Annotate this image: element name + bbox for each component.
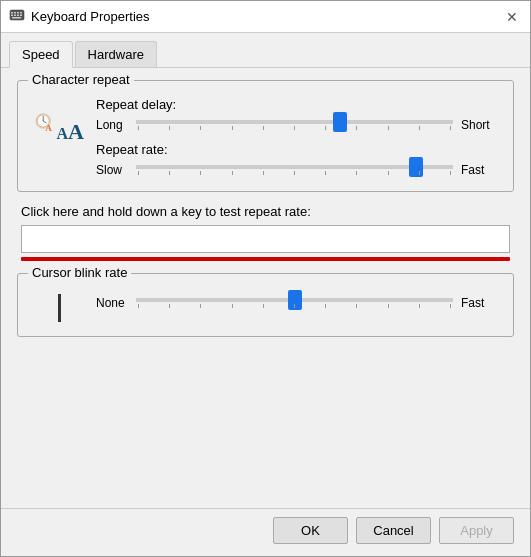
red-indicator-line (21, 257, 510, 261)
svg-text:A: A (45, 123, 52, 133)
repeat-delay-slider[interactable] (136, 120, 453, 124)
cursor-blink-icon-area (34, 290, 84, 322)
test-input[interactable] (21, 225, 510, 253)
repeat-rate-left-label: Slow (96, 163, 128, 177)
cursor-blink-slider[interactable] (136, 298, 453, 302)
repeat-rate-ticks (136, 171, 453, 175)
svg-rect-9 (12, 17, 21, 19)
repeat-delay-row: A AA Repeat delay: Long (34, 97, 497, 177)
keyboard-icon (9, 7, 25, 26)
svg-rect-3 (17, 12, 19, 14)
keyboard-properties-window: Keyboard Properties ✕ Speed Hardware Cha… (0, 0, 531, 557)
svg-rect-2 (14, 12, 16, 14)
svg-rect-1 (11, 12, 13, 14)
repeat-rate-slider-row: Slow Fast (96, 163, 497, 177)
cursor-blink-right-label: Fast (461, 296, 497, 310)
repeat-rate-label: Repeat rate: (96, 142, 497, 157)
cursor-blink-slider-row: None Fast (96, 296, 497, 310)
ok-button[interactable]: OK (273, 517, 348, 544)
cursor-blink-row: None Fast (34, 290, 497, 322)
cursor-blink-slider-container (136, 298, 453, 308)
clock-a-icon: A (34, 101, 57, 145)
repeat-delay-icon-area: A AA (34, 97, 84, 145)
repeat-delay-label: Repeat delay: (96, 97, 497, 112)
cursor-blink-label: Cursor blink rate (28, 265, 131, 280)
svg-rect-6 (14, 15, 16, 17)
main-content: Character repeat A AA (1, 68, 530, 508)
cursor-blink-ticks (136, 304, 453, 308)
close-button[interactable]: ✕ (502, 7, 522, 27)
cursor-blink-left-label: None (96, 296, 128, 310)
repeat-rate-right-label: Fast (461, 163, 497, 177)
svg-rect-7 (17, 15, 19, 17)
cursor-blink-slider-area: None Fast (96, 290, 497, 310)
tab-hardware[interactable]: Hardware (75, 41, 157, 67)
repeat-delay-slider-container (136, 120, 453, 130)
window-title: Keyboard Properties (31, 9, 150, 24)
svg-rect-8 (20, 15, 22, 17)
cursor-blink-group: Cursor blink rate None (17, 273, 514, 337)
apply-button[interactable]: Apply (439, 517, 514, 544)
aa-icon: AA (57, 119, 84, 145)
repeat-delay-slider-row: Long Short (96, 118, 497, 132)
tabs-bar: Speed Hardware (1, 33, 530, 68)
title-bar-left: Keyboard Properties (9, 7, 150, 26)
repeat-sliders: Repeat delay: Long (96, 97, 497, 177)
tab-speed[interactable]: Speed (9, 41, 73, 68)
test-area-label: Click here and hold down a key to test r… (21, 204, 510, 219)
svg-rect-4 (20, 12, 22, 14)
title-bar: Keyboard Properties ✕ (1, 1, 530, 33)
repeat-delay-section: Repeat delay: Long (96, 97, 497, 132)
repeat-rate-slider[interactable] (136, 165, 453, 169)
repeat-rate-section: Repeat rate: Slow (96, 142, 497, 177)
repeat-rate-slider-container (136, 165, 453, 175)
cursor-blink-icon (58, 294, 61, 322)
cancel-button[interactable]: Cancel (356, 517, 431, 544)
svg-rect-5 (11, 15, 13, 17)
repeat-delay-right-label: Short (461, 118, 497, 132)
repeat-delay-ticks (136, 126, 453, 130)
test-area: Click here and hold down a key to test r… (17, 204, 514, 261)
character-repeat-label: Character repeat (28, 72, 134, 87)
repeat-delay-left-label: Long (96, 118, 128, 132)
footer: OK Cancel Apply (1, 508, 530, 556)
character-repeat-group: Character repeat A AA (17, 80, 514, 192)
